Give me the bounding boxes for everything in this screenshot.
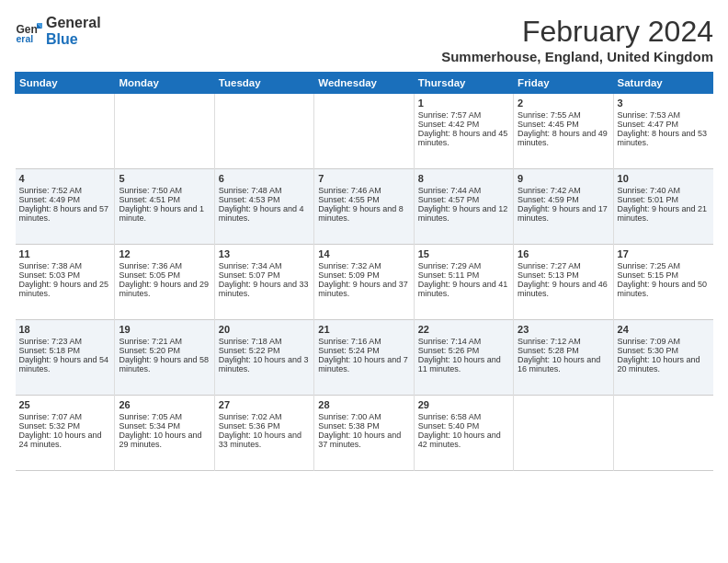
daylight-text: Daylight: 9 hours and 25 minutes. xyxy=(19,280,111,298)
sunset-text: Sunset: 4:53 PM xyxy=(219,195,310,204)
calendar-cell: 1Sunrise: 7:57 AMSunset: 4:42 PMDaylight… xyxy=(414,94,513,169)
sunset-text: Sunset: 5:05 PM xyxy=(119,270,210,280)
sunset-text: Sunset: 5:38 PM xyxy=(318,421,409,431)
sunrise-text: Sunrise: 6:58 AM xyxy=(418,412,509,421)
calendar-cell xyxy=(214,94,313,169)
sunset-text: Sunset: 5:01 PM xyxy=(618,195,710,204)
daylight-text: Daylight: 9 hours and 50 minutes. xyxy=(618,280,710,298)
daylight-text: Daylight: 9 hours and 58 minutes. xyxy=(119,355,210,373)
calendar-cell: 4Sunrise: 7:52 AMSunset: 4:49 PMDaylight… xyxy=(16,169,115,245)
day-number: 22 xyxy=(418,324,509,335)
day-number: 18 xyxy=(19,324,111,335)
daylight-text: Daylight: 10 hours and 16 minutes. xyxy=(518,355,609,373)
day-number: 8 xyxy=(418,173,509,184)
day-number: 14 xyxy=(318,248,409,259)
calendar-cell xyxy=(115,94,214,169)
daylight-text: Daylight: 10 hours and 33 minutes. xyxy=(219,431,310,449)
calendar-cell: 23Sunrise: 7:12 AMSunset: 5:28 PMDayligh… xyxy=(514,320,613,396)
header-row: SundayMondayTuesdayWednesdayThursdayFrid… xyxy=(16,73,713,94)
day-number: 21 xyxy=(318,324,409,335)
calendar-cell: 15Sunrise: 7:29 AMSunset: 5:11 PMDayligh… xyxy=(414,245,513,320)
daylight-text: Daylight: 9 hours and 21 minutes. xyxy=(618,204,710,223)
calendar-cell: 9Sunrise: 7:42 AMSunset: 4:59 PMDaylight… xyxy=(514,169,613,245)
day-number: 16 xyxy=(518,248,609,259)
calendar-cell: 22Sunrise: 7:14 AMSunset: 5:26 PMDayligh… xyxy=(414,320,513,396)
daylight-text: Daylight: 9 hours and 46 minutes. xyxy=(518,280,609,298)
sunrise-text: Sunrise: 7:21 AM xyxy=(119,337,210,346)
daylight-text: Daylight: 10 hours and 24 minutes. xyxy=(19,431,111,449)
daylight-text: Daylight: 9 hours and 54 minutes. xyxy=(19,355,111,373)
day-number: 27 xyxy=(219,399,310,410)
calendar-cell xyxy=(314,94,414,169)
calendar-cell: 6Sunrise: 7:48 AMSunset: 4:53 PMDaylight… xyxy=(214,169,313,245)
sunrise-text: Sunrise: 7:38 AM xyxy=(19,261,111,270)
sunset-text: Sunset: 5:20 PM xyxy=(119,346,210,355)
sunset-text: Sunset: 5:28 PM xyxy=(518,346,609,355)
sunset-text: Sunset: 4:47 PM xyxy=(618,120,710,129)
day-number: 23 xyxy=(518,324,609,335)
column-header-monday: Monday xyxy=(115,73,214,94)
daylight-text: Daylight: 10 hours and 11 minutes. xyxy=(418,355,509,373)
daylight-text: Daylight: 10 hours and 37 minutes. xyxy=(318,431,409,449)
day-number: 10 xyxy=(618,173,710,184)
calendar-cell: 19Sunrise: 7:21 AMSunset: 5:20 PMDayligh… xyxy=(115,320,214,396)
day-number: 6 xyxy=(219,173,310,184)
calendar-cell: 7Sunrise: 7:46 AMSunset: 4:55 PMDaylight… xyxy=(314,169,414,245)
day-number: 15 xyxy=(418,248,509,259)
logo-icon: Gen eral xyxy=(15,17,42,45)
day-number: 9 xyxy=(518,173,609,184)
svg-text:eral: eral xyxy=(17,33,34,44)
sunset-text: Sunset: 5:15 PM xyxy=(618,270,710,280)
day-number: 11 xyxy=(19,248,111,259)
calendar-cell: 14Sunrise: 7:32 AMSunset: 5:09 PMDayligh… xyxy=(314,245,414,320)
sunrise-text: Sunrise: 7:02 AM xyxy=(219,412,310,421)
column-header-wednesday: Wednesday xyxy=(314,73,414,94)
calendar-cell: 12Sunrise: 7:36 AMSunset: 5:05 PMDayligh… xyxy=(115,245,214,320)
sunrise-text: Sunrise: 7:50 AM xyxy=(119,186,210,195)
day-number: 12 xyxy=(119,248,210,259)
day-number: 20 xyxy=(219,324,310,335)
daylight-text: Daylight: 10 hours and 20 minutes. xyxy=(618,355,710,373)
sunset-text: Sunset: 4:59 PM xyxy=(518,195,609,204)
daylight-text: Daylight: 9 hours and 41 minutes. xyxy=(418,280,509,298)
calendar-cell: 2Sunrise: 7:55 AMSunset: 4:45 PMDaylight… xyxy=(514,94,613,169)
sunset-text: Sunset: 4:57 PM xyxy=(418,195,509,204)
sunset-text: Sunset: 5:26 PM xyxy=(418,346,509,355)
week-row-2: 4Sunrise: 7:52 AMSunset: 4:49 PMDaylight… xyxy=(16,169,713,245)
daylight-text: Daylight: 8 hours and 53 minutes. xyxy=(618,129,710,147)
daylight-text: Daylight: 9 hours and 8 minutes. xyxy=(318,204,409,223)
logo-line1: General xyxy=(46,15,101,31)
sunset-text: Sunset: 4:45 PM xyxy=(518,120,609,129)
logo: Gen eral General Blue xyxy=(15,15,101,48)
daylight-text: Daylight: 9 hours and 1 minute. xyxy=(119,204,210,223)
daylight-text: Daylight: 10 hours and 42 minutes. xyxy=(418,431,509,449)
title-area: February 2024 Summerhouse, England, Unit… xyxy=(441,15,713,64)
sunset-text: Sunset: 5:09 PM xyxy=(318,270,409,280)
sunset-text: Sunset: 5:07 PM xyxy=(219,270,310,280)
day-number: 13 xyxy=(219,248,310,259)
sunrise-text: Sunrise: 7:40 AM xyxy=(618,186,710,195)
calendar-cell xyxy=(514,396,613,471)
sunrise-text: Sunrise: 7:09 AM xyxy=(618,337,710,346)
day-number: 3 xyxy=(618,98,710,109)
sunrise-text: Sunrise: 7:36 AM xyxy=(119,261,210,270)
calendar-cell: 21Sunrise: 7:16 AMSunset: 5:24 PMDayligh… xyxy=(314,320,414,396)
sunrise-text: Sunrise: 7:29 AM xyxy=(418,261,509,270)
column-header-tuesday: Tuesday xyxy=(214,73,313,94)
sunrise-text: Sunrise: 7:42 AM xyxy=(518,186,609,195)
sunrise-text: Sunrise: 7:34 AM xyxy=(219,261,310,270)
daylight-text: Daylight: 8 hours and 49 minutes. xyxy=(518,129,609,147)
calendar-cell: 17Sunrise: 7:25 AMSunset: 5:15 PMDayligh… xyxy=(613,245,712,320)
sunrise-text: Sunrise: 7:48 AM xyxy=(219,186,310,195)
sunrise-text: Sunrise: 7:44 AM xyxy=(418,186,509,195)
day-number: 29 xyxy=(418,399,509,410)
day-number: 24 xyxy=(618,324,710,335)
day-number: 5 xyxy=(119,173,210,184)
sunrise-text: Sunrise: 7:57 AM xyxy=(418,110,509,120)
daylight-text: Daylight: 10 hours and 3 minutes. xyxy=(219,355,310,373)
day-number: 19 xyxy=(119,324,210,335)
sunrise-text: Sunrise: 7:18 AM xyxy=(219,337,310,346)
sunset-text: Sunset: 5:11 PM xyxy=(418,270,509,280)
calendar-cell: 27Sunrise: 7:02 AMSunset: 5:36 PMDayligh… xyxy=(214,396,313,471)
calendar-cell: 29Sunrise: 6:58 AMSunset: 5:40 PMDayligh… xyxy=(414,396,513,471)
